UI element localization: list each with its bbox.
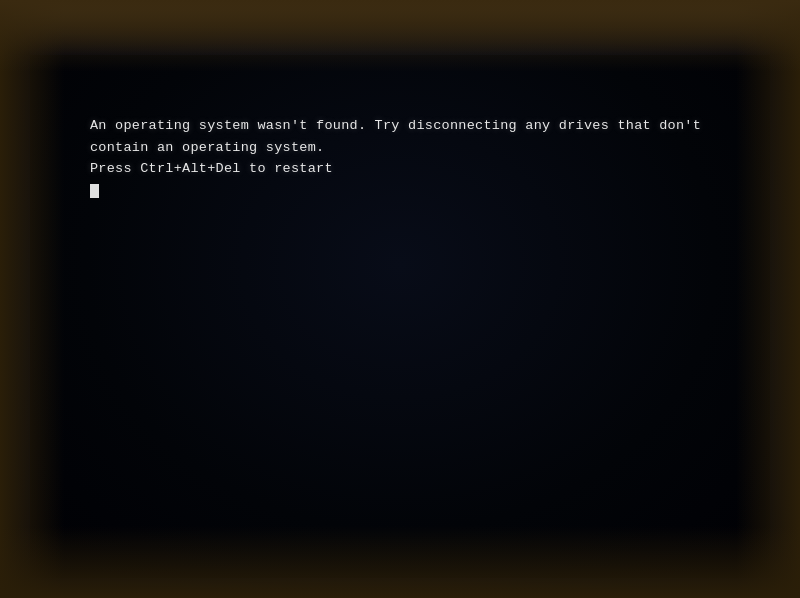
- photo-frame: An operating system wasn't found. Try di…: [0, 0, 800, 598]
- bios-screen: An operating system wasn't found. Try di…: [30, 55, 770, 578]
- cursor-indicator: [90, 184, 99, 198]
- error-line-1: An operating system wasn't found. Try di…: [90, 115, 701, 137]
- error-line-3: Press Ctrl+Alt+Del to restart: [90, 158, 701, 180]
- error-text-block: An operating system wasn't found. Try di…: [90, 115, 701, 201]
- error-line-2: contain an operating system.: [90, 137, 701, 159]
- cursor-line: [90, 180, 701, 202]
